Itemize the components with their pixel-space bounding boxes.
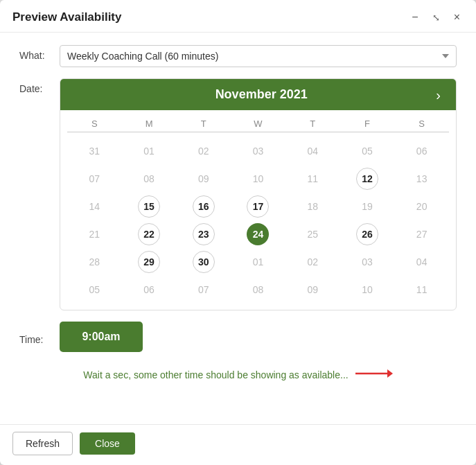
calendar-day-number: 19 (356, 195, 378, 218)
calendar-day-number: 06 (138, 279, 160, 301)
calendar-day-number: 23 (193, 223, 215, 245)
calendar-day-number: 20 (411, 195, 433, 218)
svg-marker-1 (387, 369, 393, 378)
time-label: Time: (19, 329, 60, 345)
table-row[interactable]: 09 (176, 166, 231, 192)
table-row[interactable]: 14 (67, 193, 122, 220)
close-dialog-button[interactable]: × (450, 10, 464, 25)
table-row[interactable]: 06 (122, 277, 177, 303)
calendar-day-number: 09 (301, 279, 324, 301)
table-row[interactable]: 10 (231, 166, 285, 192)
calendar-day-number: 10 (356, 279, 378, 301)
table-row[interactable]: 03 (340, 249, 395, 275)
calendar-day-number: 25 (301, 223, 324, 245)
table-row[interactable]: 05 (340, 138, 395, 164)
table-row[interactable]: 12 (340, 166, 395, 192)
table-row[interactable]: 27 (394, 221, 449, 247)
time-field-content: 9:00am (60, 322, 457, 352)
close-button[interactable]: Close (80, 432, 135, 455)
table-row[interactable]: 23 (176, 221, 231, 247)
table-row[interactable]: 11 (285, 166, 340, 192)
calendar-day-number: 24 (247, 223, 269, 245)
table-row[interactable]: 16 (176, 193, 231, 220)
calendar-day-number: 04 (301, 140, 324, 162)
calendar-day-number: 27 (411, 223, 433, 245)
calendar-day-number: 09 (193, 168, 215, 190)
table-row[interactable]: 07 (67, 166, 122, 192)
calendar-day-number: 21 (83, 223, 105, 245)
calendar-day-number: 01 (138, 140, 160, 162)
table-row[interactable]: 01 (122, 138, 177, 164)
calendar-header: November 2021 › (60, 79, 456, 110)
weekday-t1: T (176, 116, 231, 132)
weekday-s1: S (67, 116, 122, 132)
table-row[interactable]: 21 (67, 221, 122, 247)
table-row[interactable]: 19 (340, 193, 395, 220)
calendar-container-wrapper: November 2021 › S M T W T F S (60, 78, 457, 310)
table-row[interactable]: 28 (67, 249, 122, 275)
table-row[interactable]: 08 (122, 166, 177, 192)
calendar-day-number: 02 (301, 251, 324, 273)
table-row[interactable]: 13 (394, 166, 449, 192)
table-row[interactable]: 06 (394, 138, 449, 164)
calendar-day-number: 28 (83, 251, 105, 273)
table-row[interactable]: 05 (67, 277, 122, 303)
table-row[interactable]: 25 (285, 221, 340, 247)
table-row[interactable]: 01 (231, 249, 285, 275)
arrow-right-icon (355, 367, 393, 383)
table-row[interactable]: 09 (285, 277, 340, 303)
calendar-day-number: 11 (301, 168, 324, 190)
dialog-controls: − ⤡ × (408, 10, 464, 25)
what-field-content: Weekly Coaching Call (60 minutes) (60, 45, 457, 67)
calendar-month-title: November 2021 (215, 87, 308, 102)
weekday-t2: T (285, 116, 340, 132)
calendar-day-number: 13 (411, 168, 433, 190)
calendar-next-button[interactable]: › (433, 88, 443, 102)
calendar-day-number: 22 (138, 223, 160, 245)
table-row[interactable]: 04 (394, 249, 449, 275)
calendar-day-number: 15 (138, 195, 160, 218)
calendar-day-number: 03 (247, 140, 269, 162)
table-row[interactable]: 24 (231, 221, 285, 247)
table-row[interactable]: 30 (176, 249, 231, 275)
time-field-row: Time: 9:00am (19, 322, 457, 352)
calendar: November 2021 › S M T W T F S (60, 78, 457, 310)
table-row[interactable]: 07 (176, 277, 231, 303)
table-row[interactable]: 29 (122, 249, 177, 275)
calendar-day-number: 30 (193, 251, 215, 273)
table-row[interactable]: 18 (285, 193, 340, 220)
calendar-day-number: 08 (247, 279, 269, 301)
calendar-day-number: 17 (247, 195, 269, 218)
minimize-button[interactable]: − (408, 10, 421, 25)
calendar-weekdays: S M T W T F S (67, 116, 449, 135)
weekday-m: M (122, 116, 177, 132)
what-select[interactable]: Weekly Coaching Call (60 minutes) (60, 45, 457, 67)
weekday-w: W (231, 116, 285, 132)
calendar-day-number: 18 (301, 195, 324, 218)
preview-availability-dialog: Preview Availability − ⤡ × What: Weekly … (0, 0, 476, 465)
table-row[interactable]: 08 (231, 277, 285, 303)
calendar-day-number: 29 (138, 251, 160, 273)
table-row[interactable]: 04 (285, 138, 340, 164)
what-label: What: (19, 45, 60, 61)
table-row[interactable]: 11 (394, 277, 449, 303)
weekday-divider (67, 132, 449, 132)
table-row[interactable]: 15 (122, 193, 177, 220)
table-row[interactable]: 02 (285, 249, 340, 275)
calendar-day-number: 05 (356, 140, 378, 162)
table-row[interactable]: 03 (231, 138, 285, 164)
refresh-button[interactable]: Refresh (12, 432, 73, 455)
table-row[interactable]: 02 (176, 138, 231, 164)
table-row[interactable]: 26 (340, 221, 395, 247)
wait-message-row: Wait a sec, some other time should be sh… (19, 362, 457, 389)
table-row[interactable]: 10 (340, 277, 395, 303)
table-row[interactable]: 20 (394, 193, 449, 220)
calendar-day-number: 12 (356, 168, 378, 190)
restore-button[interactable]: ⤡ (429, 11, 443, 24)
table-row[interactable]: 31 (67, 138, 122, 164)
calendar-day-number: 03 (356, 251, 378, 273)
table-row[interactable]: 17 (231, 193, 285, 220)
dialog-footer: Refresh Close (0, 424, 476, 465)
table-row[interactable]: 22 (122, 221, 177, 247)
time-button[interactable]: 9:00am (60, 322, 143, 352)
